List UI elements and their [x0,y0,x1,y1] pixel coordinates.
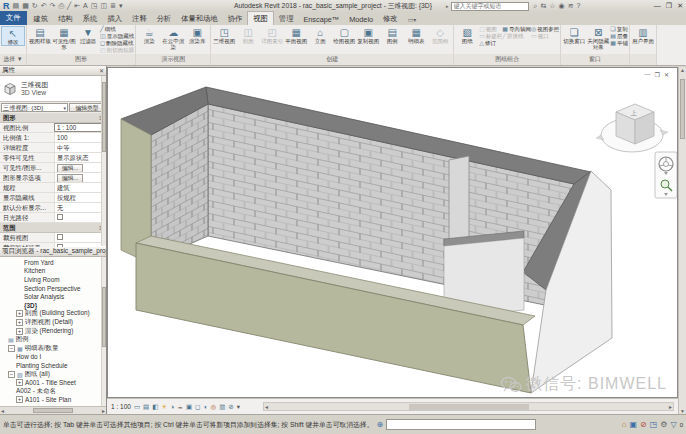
edit-button[interactable]: 编辑... [57,164,83,172]
tree-item[interactable]: A002 - 未命名 [0,387,106,396]
button-图例[interactable]: ▤图例 [380,26,404,44]
temporary-view-properties-icon[interactable]: ▥ [219,403,225,411]
scale-icon[interactable]: ▭ [134,403,140,411]
tree-item[interactable]: +剖面 (Building Section) [0,310,106,319]
show-crop-region-icon[interactable]: ◻ [195,403,200,411]
tree-item[interactable]: +渲染 (Rendering) [0,327,106,336]
tree-expander-icon[interactable]: + [16,328,23,335]
button-导向轴网[interactable]: ▦导向轴网 [502,26,531,33]
type-selector[interactable]: 三维视图: {3D} ▾ [1,103,68,112]
measure-icon[interactable]: ╱ [67,2,71,10]
button-关闭隐藏对象[interactable]: ⊠关闭隐藏对象 [586,26,610,50]
properties-scrollbar[interactable] [101,76,106,246]
tab-结构[interactable]: 结构 [53,12,78,25]
save-icon[interactable]: ▦ [22,2,29,10]
search-icon[interactable]: ⌕ [534,2,538,10]
view-cube[interactable]: 上 [596,104,668,152]
button-渲染库[interactable]: ▣渲染库 [185,26,209,44]
design-options-icon[interactable]: ▣ [630,420,638,429]
button-复制[interactable]: ❏复制 [610,26,628,33]
undo-icon[interactable]: ↶ [41,2,47,10]
tree-item[interactable]: +A001 - Title Sheet [0,378,106,387]
sync-icon[interactable]: ↻ [32,2,38,10]
button-渲染[interactable]: ☕渲染 [137,26,161,44]
tab-file[interactable]: 文件 [0,11,27,25]
button-可见性/图形[interactable]: ▦可见性/图形 [52,26,76,50]
tree-expander-icon[interactable]: − [8,371,15,378]
button-明细表[interactable]: ▦明细表 [404,26,428,44]
tab-管理[interactable]: 管理 [274,12,299,25]
button-显示隐藏线[interactable]: ◫显示隐藏线 [100,33,134,40]
help-icon[interactable]: ? [577,2,581,10]
tree-item[interactable]: Kitchen [0,267,106,276]
property-value[interactable]: 显示原状态 [54,153,106,162]
button-标题栏[interactable]: ▭标题栏 [479,33,502,40]
button-视口[interactable]: ▭视口 [531,33,559,40]
detail-level-icon[interactable]: ▤ [143,403,149,411]
tree-item[interactable]: Solar Analysis [0,292,106,301]
default-3d-view-icon[interactable]: ◳ [91,2,98,10]
worksets-icon[interactable]: ⌂ [622,420,627,429]
sign-in-icon[interactable]: ◉ [559,2,565,10]
viewport-hscrollbar[interactable]: ◄► [263,402,674,411]
view-close-button[interactable]: ✕ [664,71,669,78]
thin-lines-icon[interactable]: ≣ [110,2,116,10]
navigation-bar[interactable] [655,152,677,198]
button-图纸[interactable]: ▧图纸 [455,26,479,44]
type-preview[interactable]: 三维视图 3D View ▾ [0,76,106,102]
edit-button[interactable]: 编辑... [57,174,83,182]
button-平面视图[interactable]: ▦平面视图 [284,26,308,44]
button-层叠[interactable]: ▤层叠 [610,33,628,40]
property-value[interactable]: 中等 [54,143,106,152]
button-三维视图[interactable]: ◳三维视图 [212,26,236,44]
property-value[interactable]: 100 [54,133,106,142]
tree-item[interactable]: Section Perspective [0,284,106,293]
exclude-options-icon[interactable]: ⊘ [640,420,647,429]
print-icon[interactable]: ⎙ [58,2,64,10]
button-过滤器[interactable]: ▼过滤器 [76,26,100,44]
search-toggle-icon[interactable]: ▸ [446,3,449,9]
drawing-area[interactable]: 上 —❐✕ [107,67,678,398]
property-value[interactable] [54,233,106,242]
tab-协作[interactable]: 协作 [223,12,248,25]
tree-item[interactable]: {3D} [0,301,106,310]
button-在云中渲染[interactable]: ☁在云中渲染 [161,26,185,50]
visual-style-icon[interactable]: ◧ [152,403,158,411]
viewport-vscrollbar[interactable]: ▲ ▼ [678,67,686,414]
show-constraints-icon[interactable]: ⊘ [228,403,233,411]
view-scale[interactable]: 1 : 100 [111,403,131,410]
search-input[interactable] [451,2,529,11]
sun-path-icon[interactable]: ☀ [161,403,167,411]
temporary-hide-isolate-icon[interactable]: ◖ [204,403,208,411]
tab-系统[interactable]: 系统 [78,12,103,25]
button-删除隐藏线[interactable]: ◻删除隐藏线 [100,40,134,47]
close-button[interactable]: ✕ [677,1,683,10]
button-立面[interactable]: ⌂立面 [308,26,332,44]
tab-Modelo[interactable]: Modelo [344,13,378,25]
browser-hscrollbar[interactable]: ◄ ► [0,406,106,414]
exchange-apps-icon[interactable]: ⇆ [540,2,546,10]
view-minimize-button[interactable]: — [645,71,651,78]
property-value[interactable]: 编辑... [54,173,106,182]
tab-视图[interactable]: 视图 [247,11,274,25]
button-复制视图[interactable]: ▣复制视图 [356,26,380,44]
tree-expander-icon[interactable]: + [16,379,23,386]
background-process-icon[interactable]: ⚙ [660,420,667,429]
scroll-right-icon[interactable]: ► [101,408,106,414]
properties-close-icon[interactable]: ✕ [99,67,104,74]
property-value[interactable]: 1 : 100 [54,123,106,132]
tab-分析[interactable]: 分析 [152,12,177,25]
edit-type-button[interactable]: 编辑类型 [69,103,105,112]
tree-item[interactable]: ▤图例 [0,335,106,344]
tree-item[interactable]: +A101 - Site Plan [0,396,106,405]
property-value[interactable]: 无 [54,203,106,212]
tab-修改[interactable]: 修改 [378,12,403,25]
button-修订[interactable]: △修订 [479,40,502,47]
button-视图[interactable]: ▢视图 [479,26,502,33]
minimize-button[interactable]: — [654,1,661,10]
view-restore-button[interactable]: ❐ [655,71,660,78]
tree-item[interactable]: How do I [0,353,106,362]
tree-item[interactable]: −▧图纸 (all) [0,370,106,379]
star-icon[interactable]: ☆ [549,2,555,10]
button-剖面[interactable]: ◫剖面 [236,26,260,44]
